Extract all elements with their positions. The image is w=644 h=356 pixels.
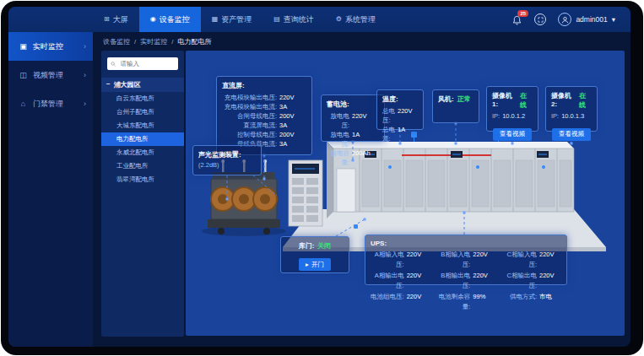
tab-device-monitor[interactable]: ◉ 设备监控	[139, 7, 201, 32]
meter-card: 温度: 总电压:220V 总电流:1A	[376, 89, 424, 130]
field-label: 合闸母线电压:	[222, 111, 277, 121]
field-label: 充电模块输出电压:	[222, 93, 277, 102]
tab-label: 资产管理	[221, 14, 252, 25]
noise-monitor-card: 声光监测装置: (2.2dB)	[192, 145, 262, 175]
tree-root-label: 浦大园区	[114, 80, 141, 89]
field-value: 200V	[279, 130, 306, 139]
tree-item[interactable]: 工业配电所	[101, 159, 184, 173]
field-value: 220V	[539, 271, 561, 291]
tree-root-node[interactable]: − 浦大园区	[101, 78, 184, 92]
field-value: 220V	[407, 250, 429, 270]
field-value: 200Ah	[352, 148, 379, 167]
field-label: 控制母线电压:	[222, 130, 277, 139]
nav-tabs: ⊞ 大屏 ◉ 设备监控 ▦ 资产管理 ▤ 查询统计 ⚙ 系统管理	[93, 7, 387, 32]
camera2-ip: 10.0.1.3	[561, 112, 584, 120]
field-label: 总电流:	[382, 125, 395, 143]
open-door-button[interactable]: ▸ 开门	[299, 258, 331, 271]
camera1-ip: 10.0.1.2	[502, 112, 525, 120]
sidebar-item-video-mgmt[interactable]: ◫ 视频管理 ›	[8, 61, 93, 89]
fan-status-card: 风机: 正常	[432, 89, 479, 123]
field-value: 220V	[279, 93, 306, 102]
tab-big-screen[interactable]: ⊞ 大屏	[93, 7, 139, 32]
tab-label: 查询统计	[284, 14, 314, 25]
sidebar-item-label: 实时监控	[33, 41, 63, 52]
chevron-right-icon: ›	[84, 100, 86, 108]
user-icon	[561, 16, 569, 24]
open-door-label: 开门	[311, 261, 324, 269]
tab-asset-mgmt[interactable]: ▦ 资产管理	[201, 7, 263, 32]
breadcrumb-item[interactable]: 实时监控	[140, 37, 167, 46]
tree-item[interactable]: 翡翠湾配电所	[101, 173, 184, 186]
scene-view-panel: 直流屏: 充电模块输出电压:220V 充电模块输出电流:3A 合闸母线电压:20…	[186, 51, 625, 336]
door-status: 关闭	[317, 241, 331, 251]
big-screen-icon: ⊞	[104, 16, 110, 23]
chevron-right-icon: ›	[84, 71, 86, 79]
battery-card: 蓄电池: 放电电压:220V 放电电流:1A 放电容量:200Ah	[321, 94, 385, 142]
sidebar-item-access-control[interactable]: ⌂ 门禁管理 ›	[8, 89, 93, 118]
field-label: C相输出电压:	[503, 271, 537, 291]
field-value: 3A	[279, 102, 306, 111]
door-icon: ⌂	[19, 100, 28, 108]
field-label: 电池剩余容量:	[437, 292, 471, 312]
field-value: 3A	[279, 139, 306, 148]
search-icon	[111, 61, 116, 67]
door-card: 库门: 关闭 ▸ 开门	[280, 236, 349, 273]
noise-title: 声光监测装置:	[198, 150, 256, 159]
breadcrumb: 设备监控 / 实时监控 / 电力配电所	[103, 32, 211, 51]
field-label: 放电电流:	[327, 130, 349, 148]
search-input[interactable]	[119, 59, 175, 68]
chevron-down-icon: ▾	[612, 15, 615, 24]
ups-grid: A相输入电压:220V B相输入电压:220V C相输入电压:220V A相输出…	[371, 250, 561, 312]
collapse-icon[interactable]: −	[106, 80, 111, 89]
field-value: 220V	[407, 271, 429, 291]
fan-label: 风机:	[438, 94, 454, 104]
noise-value: (2.2dB)	[198, 161, 256, 169]
asset-mgmt-icon: ▦	[212, 16, 219, 23]
fullscreen-button[interactable]	[534, 13, 546, 25]
query-stats-icon: ▤	[273, 16, 280, 23]
notifications-button[interactable]: 25	[511, 14, 522, 25]
field-value: 200V	[279, 111, 306, 121]
field-label: A相输出电压:	[371, 271, 404, 291]
device-frame: ⊞ 大屏 ◉ 设备监控 ▦ 资产管理 ▤ 查询统计 ⚙ 系统管理	[1, 1, 643, 355]
tab-query-stats[interactable]: ▤ 查询统计	[262, 7, 325, 32]
field-label: 直流屏电流:	[222, 121, 277, 130]
field-label: A相输入电压:	[371, 250, 404, 270]
tree-item[interactable]: 永威北配电所	[101, 146, 184, 159]
sidebar-item-realtime-monitor[interactable]: ▣ 实时监控 ›	[8, 32, 93, 61]
tree-item[interactable]: 大城东配电所	[101, 119, 184, 132]
tab-label: 设备监控	[160, 14, 190, 25]
ip-label: IP:	[492, 112, 500, 120]
field-label: C相输入电压:	[503, 250, 537, 270]
camera2-label: 摄像机2:	[551, 91, 576, 110]
user-menu[interactable]: admin001 ▾	[558, 13, 615, 26]
field-value: 220V	[352, 111, 379, 130]
view-video-button[interactable]: 查看视频	[552, 128, 591, 141]
tree-item[interactable]: 白云东配电所	[101, 92, 184, 105]
tree-search	[107, 57, 178, 70]
field-value: 220V	[539, 250, 561, 270]
field-label: B相输入电压:	[437, 250, 471, 270]
fullscreen-icon	[538, 17, 544, 23]
breadcrumb-separator: /	[134, 38, 136, 46]
fan-status: 正常	[457, 94, 471, 104]
door-label: 库门:	[299, 241, 315, 251]
sidebar: ▣ 实时监控 › ◫ 视频管理 › ⌂ 门禁管理 ›	[8, 32, 93, 347]
field-label: 放电电压:	[327, 111, 349, 130]
field-value: 220V	[473, 250, 495, 270]
field-label: 供电方式:	[503, 292, 537, 312]
ip-label: IP:	[551, 112, 559, 120]
battery-title: 蓄电池:	[327, 100, 379, 109]
monitor-icon: ▣	[19, 42, 28, 51]
tab-label: 大屏	[113, 14, 128, 25]
ups-card: UPS: A相输入电压:220V B相输入电压:220V C相输入电压:220V…	[365, 235, 567, 285]
device-monitor-icon: ◉	[150, 16, 156, 23]
ups-title: UPS:	[371, 240, 561, 247]
breadcrumb-item[interactable]: 设备监控	[103, 37, 130, 46]
tab-system-mgmt[interactable]: ⚙ 系统管理	[325, 7, 387, 32]
field-label: 电池组电压:	[371, 292, 404, 312]
field-value: 220V	[473, 271, 495, 291]
view-video-button[interactable]: 查看视频	[493, 128, 532, 141]
tree-item-selected[interactable]: 电力配电所	[101, 132, 184, 146]
tree-item[interactable]: 台州子配电所	[101, 105, 184, 119]
